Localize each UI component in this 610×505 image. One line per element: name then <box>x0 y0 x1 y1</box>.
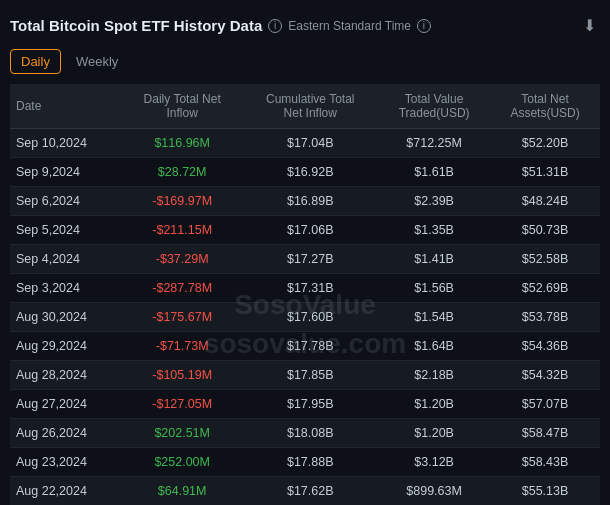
cell-daily-inflow: -$287.78M <box>122 274 242 303</box>
cell-total-value: $1.56B <box>378 274 490 303</box>
cell-date: Aug 23,2024 <box>10 448 122 477</box>
cell-total-value: $2.18B <box>378 361 490 390</box>
cell-daily-inflow: -$127.05M <box>122 390 242 419</box>
table-row: Sep 5,2024-$211.15M$17.06B$1.35B$50.73B <box>10 216 600 245</box>
table-row: Sep 6,2024-$169.97M$16.89B$2.39B$48.24B <box>10 187 600 216</box>
title-area: Total Bitcoin Spot ETF History Data i Ea… <box>10 17 431 34</box>
cell-cumulative-inflow: $17.95B <box>242 390 378 419</box>
table-row: Aug 29,2024-$71.73M$17.78B$1.64B$54.36B <box>10 332 600 361</box>
title-info-icon[interactable]: i <box>268 19 282 33</box>
col-daily-inflow: Daily Total NetInflow <box>122 84 242 129</box>
cell-net-assets: $54.32B <box>490 361 600 390</box>
cell-total-value: $712.25M <box>378 129 490 158</box>
table-row: Aug 27,2024-$127.05M$17.95B$1.20B$57.07B <box>10 390 600 419</box>
table-row: Sep 10,2024$116.96M$17.04B$712.25M$52.20… <box>10 129 600 158</box>
cell-cumulative-inflow: $17.31B <box>242 274 378 303</box>
tab-daily[interactable]: Daily <box>10 49 61 74</box>
cell-net-assets: $58.47B <box>490 419 600 448</box>
cell-daily-inflow: $28.72M <box>122 158 242 187</box>
table-row: Aug 22,2024$64.91M$17.62B$899.63M$55.13B <box>10 477 600 506</box>
cell-daily-inflow: -$71.73M <box>122 332 242 361</box>
cell-date: Aug 28,2024 <box>10 361 122 390</box>
tab-row: Daily Weekly <box>10 49 600 74</box>
timezone-info-icon[interactable]: i <box>417 19 431 33</box>
cell-total-value: $1.54B <box>378 303 490 332</box>
cell-cumulative-inflow: $16.89B <box>242 187 378 216</box>
cell-total-value: $1.20B <box>378 390 490 419</box>
table-row: Aug 30,2024-$175.67M$17.60B$1.54B$53.78B <box>10 303 600 332</box>
cell-total-value: $1.35B <box>378 216 490 245</box>
table-row: Aug 23,2024$252.00M$17.88B$3.12B$58.43B <box>10 448 600 477</box>
cell-net-assets: $52.58B <box>490 245 600 274</box>
download-button[interactable]: ⬇ <box>579 12 600 39</box>
cell-cumulative-inflow: $17.04B <box>242 129 378 158</box>
cell-net-assets: $48.24B <box>490 187 600 216</box>
cell-cumulative-inflow: $17.78B <box>242 332 378 361</box>
table-wrapper: SosoValuesosovalue.com Date Daily Total … <box>10 84 600 505</box>
table-row: Sep 9,2024$28.72M$16.92B$1.61B$51.31B <box>10 158 600 187</box>
cell-date: Sep 5,2024 <box>10 216 122 245</box>
cell-net-assets: $57.07B <box>490 390 600 419</box>
cell-net-assets: $58.43B <box>490 448 600 477</box>
col-cumulative-inflow: Cumulative TotalNet Inflow <box>242 84 378 129</box>
cell-net-assets: $55.13B <box>490 477 600 506</box>
table-row: Sep 4,2024-$37.29M$17.27B$1.41B$52.58B <box>10 245 600 274</box>
cell-cumulative-inflow: $17.62B <box>242 477 378 506</box>
cell-daily-inflow: -$211.15M <box>122 216 242 245</box>
cell-date: Sep 10,2024 <box>10 129 122 158</box>
cell-total-value: $1.41B <box>378 245 490 274</box>
timezone-label: Eastern Standard Time <box>288 19 411 33</box>
data-table: Date Daily Total NetInflow Cumulative To… <box>10 84 600 505</box>
page-title: Total Bitcoin Spot ETF History Data <box>10 17 262 34</box>
table-row: Sep 3,2024-$287.78M$17.31B$1.56B$52.69B <box>10 274 600 303</box>
cell-net-assets: $52.20B <box>490 129 600 158</box>
cell-net-assets: $51.31B <box>490 158 600 187</box>
cell-date: Aug 27,2024 <box>10 390 122 419</box>
cell-daily-inflow: -$105.19M <box>122 361 242 390</box>
cell-daily-inflow: $252.00M <box>122 448 242 477</box>
cell-total-value: $1.20B <box>378 419 490 448</box>
cell-total-value: $3.12B <box>378 448 490 477</box>
cell-net-assets: $50.73B <box>490 216 600 245</box>
col-total-value: Total ValueTraded(USD) <box>378 84 490 129</box>
cell-daily-inflow: -$37.29M <box>122 245 242 274</box>
cell-total-value: $2.39B <box>378 187 490 216</box>
cell-date: Aug 29,2024 <box>10 332 122 361</box>
cell-total-value: $899.63M <box>378 477 490 506</box>
cell-daily-inflow: -$169.97M <box>122 187 242 216</box>
cell-date: Aug 30,2024 <box>10 303 122 332</box>
cell-cumulative-inflow: $17.06B <box>242 216 378 245</box>
cell-date: Aug 22,2024 <box>10 477 122 506</box>
cell-cumulative-inflow: $17.88B <box>242 448 378 477</box>
cell-date: Sep 9,2024 <box>10 158 122 187</box>
main-container: Total Bitcoin Spot ETF History Data i Ea… <box>0 0 610 505</box>
cell-total-value: $1.64B <box>378 332 490 361</box>
cell-daily-inflow: $202.51M <box>122 419 242 448</box>
cell-date: Aug 26,2024 <box>10 419 122 448</box>
table-header-row: Date Daily Total NetInflow Cumulative To… <box>10 84 600 129</box>
cell-daily-inflow: $64.91M <box>122 477 242 506</box>
cell-cumulative-inflow: $16.92B <box>242 158 378 187</box>
cell-net-assets: $52.69B <box>490 274 600 303</box>
cell-daily-inflow: $116.96M <box>122 129 242 158</box>
table-row: Aug 26,2024$202.51M$18.08B$1.20B$58.47B <box>10 419 600 448</box>
cell-total-value: $1.61B <box>378 158 490 187</box>
col-date: Date <box>10 84 122 129</box>
col-net-assets: Total NetAssets(USD) <box>490 84 600 129</box>
cell-date: Sep 6,2024 <box>10 187 122 216</box>
table-body: Sep 10,2024$116.96M$17.04B$712.25M$52.20… <box>10 129 600 506</box>
cell-daily-inflow: -$175.67M <box>122 303 242 332</box>
table-row: Aug 28,2024-$105.19M$17.85B$2.18B$54.32B <box>10 361 600 390</box>
cell-net-assets: $54.36B <box>490 332 600 361</box>
cell-date: Sep 3,2024 <box>10 274 122 303</box>
cell-cumulative-inflow: $17.85B <box>242 361 378 390</box>
cell-net-assets: $53.78B <box>490 303 600 332</box>
cell-cumulative-inflow: $18.08B <box>242 419 378 448</box>
tab-weekly[interactable]: Weekly <box>65 49 129 74</box>
cell-cumulative-inflow: $17.60B <box>242 303 378 332</box>
cell-cumulative-inflow: $17.27B <box>242 245 378 274</box>
cell-date: Sep 4,2024 <box>10 245 122 274</box>
header-row: Total Bitcoin Spot ETF History Data i Ea… <box>10 12 600 39</box>
